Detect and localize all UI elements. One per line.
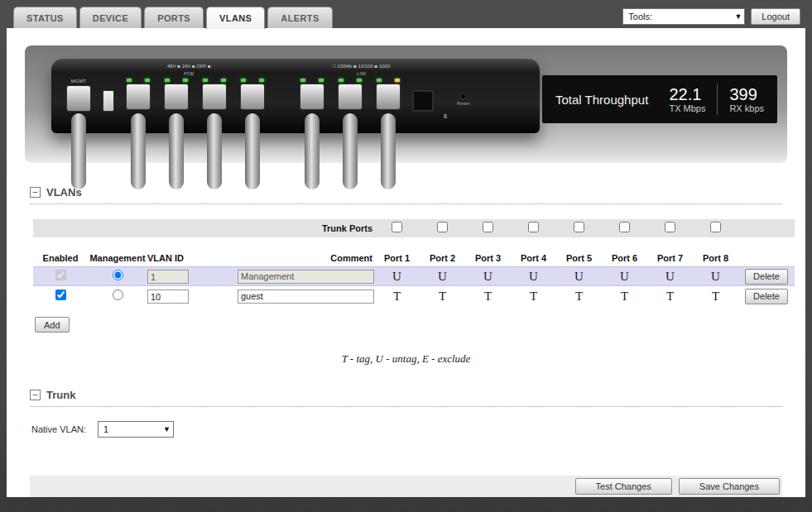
collapse-icon[interactable]: − (30, 187, 41, 198)
tab-ports[interactable]: PORTS (144, 7, 204, 28)
throughput-panel: Total Throughput 22.1 TX Mbps 399 RX kbp… (542, 75, 777, 123)
ethernet-cable (381, 113, 396, 189)
trunk-port-checkbox[interactable] (483, 222, 493, 232)
vlan-id-input[interactable] (147, 289, 189, 304)
tab-vlans[interactable]: VLANS (206, 7, 265, 29)
delete-button[interactable]: Delete (745, 269, 788, 285)
chevron-down-icon: ▼ (734, 12, 742, 21)
ethernet-cable (131, 113, 146, 189)
save-changes-button[interactable]: Save Changes (679, 478, 780, 495)
vlan-id-input[interactable] (147, 270, 189, 284)
tab-alerts[interactable]: ALERTS (267, 7, 332, 28)
link-led (145, 79, 150, 82)
ethernet-jack (126, 84, 151, 110)
port-8-toggle[interactable]: T (693, 289, 738, 304)
switch-port-7 (374, 79, 402, 110)
collapse-icon[interactable]: − (30, 390, 41, 400)
vlans-section-header: − VLANs (30, 186, 782, 204)
port-5-toggle[interactable]: T (556, 289, 602, 304)
col-vlan-id: VLAN ID (147, 253, 212, 263)
trunk-port-checkbox[interactable] (619, 222, 630, 232)
ethernet-jack (202, 84, 227, 110)
switch-port-2 (162, 79, 190, 110)
trunk-section-title: Trunk (46, 389, 75, 401)
vlan-table-header: Enabled Management VLAN ID Comment Port … (33, 250, 795, 266)
switch-ports: MGMT (65, 79, 470, 119)
poe-led (377, 79, 382, 82)
tx-throughput: 22.1 TX Mbps (669, 86, 705, 113)
col-port-4: Port 4 (511, 253, 556, 263)
tx-unit: TX Mbps (669, 103, 705, 113)
device-image-panel: 48V ■ 24V ■ OFF ■ POE □ 100Mb ■ 10/100 ■… (25, 45, 787, 163)
switch-port-8-jack (412, 90, 434, 112)
test-changes-button[interactable]: Test Changes (575, 478, 672, 495)
port-2-toggle[interactable]: U (420, 270, 465, 284)
switch-port-6 (336, 79, 364, 110)
port-5-toggle[interactable]: U (556, 270, 602, 284)
trunk-port-checkbox[interactable] (392, 222, 402, 232)
port-4-toggle[interactable]: T (511, 289, 556, 304)
reset-button-area: Reset (457, 93, 470, 106)
switch-port-1 (124, 79, 152, 110)
vlan-enabled-checkbox[interactable] (55, 270, 66, 280)
ethernet-jack (164, 84, 189, 110)
native-vlan-value: 1 (103, 424, 108, 434)
port-1-toggle[interactable]: U (374, 270, 420, 284)
native-vlan-dropdown[interactable]: 1 ▼ (98, 421, 174, 438)
switch-device-image: 48V ■ 24V ■ OFF ■ POE □ 100Mb ■ 10/100 ■… (51, 59, 540, 133)
tools-dropdown[interactable]: Tools: ▼ (622, 8, 745, 25)
link-led (319, 79, 324, 82)
vlan-comment-input[interactable] (238, 270, 374, 284)
trunk-port-checkbox[interactable] (710, 222, 721, 232)
col-port-5: Port 5 (556, 253, 602, 263)
rx-unit: RX kbps (729, 103, 764, 113)
port-6-toggle[interactable]: T (602, 289, 647, 304)
port-2-toggle[interactable]: T (420, 289, 465, 304)
logout-button[interactable]: Logout (751, 8, 800, 25)
trunk-port-checkbox[interactable] (665, 222, 675, 232)
col-port-3: Port 3 (465, 253, 511, 263)
vlan-management-radio[interactable] (113, 289, 123, 300)
ethernet-cable (343, 113, 358, 189)
vlan-comment-input[interactable] (238, 289, 374, 304)
col-port-7: Port 7 (647, 253, 693, 263)
port-8-toggle[interactable]: U (693, 270, 738, 284)
tab-device[interactable]: DEVICE (79, 7, 142, 28)
tx-value: 22.1 (669, 86, 705, 103)
poe-led (127, 79, 132, 82)
port-3-toggle[interactable]: U (465, 270, 511, 284)
ethernet-jack (300, 84, 324, 110)
delete-button[interactable]: Delete (745, 289, 788, 304)
port-3-toggle[interactable]: T (465, 289, 511, 304)
add-vlan-button[interactable]: Add (35, 317, 70, 333)
port-6-toggle[interactable]: U (602, 270, 647, 284)
ethernet-jack (240, 84, 265, 110)
tab-bar: STATUS DEVICE PORTS VLANS ALERTS (13, 7, 333, 29)
vlan-management-radio[interactable] (113, 270, 123, 280)
ethernet-jack (376, 84, 401, 110)
tools-dropdown-label: Tools: (628, 12, 652, 22)
reset-label: Reset (457, 101, 470, 106)
ethernet-cable (305, 113, 320, 189)
port-1-toggle[interactable]: T (374, 289, 420, 304)
link-led-legend: □ 100Mb ■ 10/100 ■ 1000 LNK (333, 63, 390, 78)
trunk-port-checkbox[interactable] (437, 222, 448, 232)
port-4-toggle[interactable]: U (511, 270, 556, 284)
poe-led (339, 79, 344, 82)
header-controls: Tools: ▼ Logout (622, 8, 800, 25)
trunk-port-checkbox[interactable] (528, 222, 539, 232)
ethernet-jack (338, 84, 363, 110)
vlan-row-1: U U U U U U U U Delete (33, 266, 795, 286)
tab-status[interactable]: STATUS (13, 7, 77, 28)
poe-led (203, 79, 208, 82)
switch-port-3 (200, 79, 228, 110)
port-7-toggle[interactable]: T (647, 289, 693, 304)
trunk-port-checkbox[interactable] (574, 222, 584, 232)
rx-value: 399 (729, 86, 764, 103)
ethernet-cable (169, 113, 184, 189)
port-7-toggle[interactable]: U (647, 270, 693, 284)
vlan-enabled-checkbox[interactable] (55, 289, 66, 300)
main-content: 48V ■ 24V ■ OFF ■ POE □ 100Mb ■ 10/100 ■… (7, 28, 805, 497)
ethernet-cable (245, 113, 260, 189)
throughput-divider (717, 84, 718, 115)
